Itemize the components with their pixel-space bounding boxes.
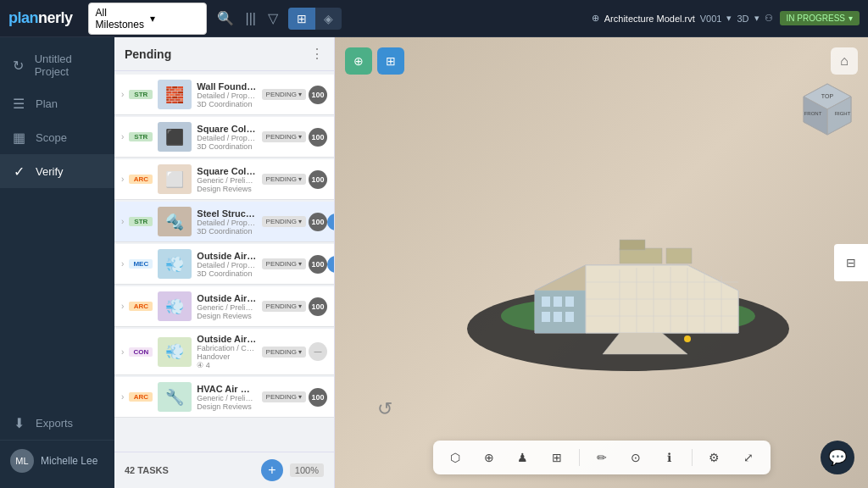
task-expand-arrow[interactable]: › — [327, 214, 334, 230]
fullscreen-tool[interactable]: ⤢ — [737, 446, 760, 469]
task-panel: Pending ⋮ › STR 🧱 Wall Foundations Detai… — [114, 37, 335, 488]
model-version: V001 — [700, 14, 722, 24]
verify-icon: ✓ — [10, 163, 27, 180]
task-title: Square Columns — [197, 166, 256, 176]
pending-badge: PENDING ▾ — [262, 347, 306, 358]
orbit-tool[interactable]: ⊕ — [477, 446, 501, 469]
add-model-icon[interactable]: ⊕ — [592, 13, 599, 24]
task-category: 3D Coordination — [197, 227, 256, 236]
svg-rect-15 — [565, 312, 574, 322]
viewport-green-button[interactable]: ⊕ — [345, 47, 372, 75]
task-item[interactable]: › ARC ⬜ Square Columns Generic / Prelimi… — [114, 159, 334, 200]
task-item[interactable]: › STR 🧱 Wall Foundations Detailed / Prop… — [114, 75, 334, 115]
expand-arrow-icon: › — [121, 175, 124, 184]
task-item[interactable]: › ARC 💨 Outside Air System Generic / Pre… — [114, 286, 334, 327]
section-tool[interactable]: ⊞ — [545, 446, 569, 469]
status-badge[interactable]: IN PROGRESS ▾ — [780, 11, 860, 25]
task-thumbnail: 🔧 — [158, 382, 192, 412]
task-tag: ARC — [129, 175, 153, 184]
view-toggle: ⊞ ◈ — [288, 8, 342, 30]
view-toggle-list[interactable]: ⊞ — [288, 8, 315, 30]
task-info: Outside Air System Generic / Preliminary… — [197, 293, 256, 320]
sidebar-item-verify-label: Verify — [36, 165, 64, 178]
task-panel-menu-icon[interactable]: ⋮ — [310, 46, 324, 62]
sidebar-item-scope[interactable]: ▦ Scope — [0, 120, 114, 154]
filter-button[interactable]: ▽ — [264, 7, 281, 30]
svg-rect-11 — [554, 297, 562, 307]
chevron-down-icon-status: ▾ — [849, 14, 853, 23]
expand-arrow-icon: › — [121, 217, 124, 226]
model-info: ⊕ Architecture Model.rvt V001 ▾ 3D ▾ ⚇ — [592, 13, 773, 24]
svg-text:RIGHT: RIGHT — [835, 111, 851, 116]
chevron-down-icon-model[interactable]: ▾ — [726, 13, 732, 24]
person-tool[interactable]: ♟ — [511, 446, 535, 469]
task-item[interactable]: › ARC 🔧 HVAC Air Distribu... Generic / P… — [114, 377, 334, 418]
topbar-search-group: 🔍 ||| ▽ — [214, 7, 281, 30]
share-icon[interactable]: ⚇ — [765, 13, 773, 24]
task-item[interactable]: › MEC 💨 Outside Air System Detailed / Pr… — [114, 244, 334, 285]
sidebar: ↻ Untitled Project ☰ Plan ▦ Scope ✓ Veri… — [0, 37, 114, 488]
chevron-down-icon: ▾ — [298, 133, 302, 141]
select-tool[interactable]: ⬡ — [443, 446, 467, 469]
info-tool[interactable]: ℹ — [658, 446, 682, 469]
sidebar-item-plan-label: Plan — [36, 97, 58, 110]
task-item[interactable]: › STR ⬛ Square Columns Detailed / Propos… — [114, 117, 334, 158]
scope-icon: ▦ — [10, 129, 27, 146]
svg-rect-16 — [620, 248, 662, 263]
task-subtitle: Generic / Preliminary — [197, 394, 256, 402]
draw-tool[interactable]: ✏ — [590, 446, 614, 469]
task-tag: CON — [129, 347, 153, 357]
viewport-home-button[interactable]: ⌂ — [831, 47, 858, 75]
task-expand-arrow[interactable]: › — [327, 256, 334, 273]
svg-rect-13 — [542, 312, 550, 322]
view-toggle-3d[interactable]: ◈ — [315, 8, 342, 30]
viewport[interactable]: ⊕ ⊞ ⌂ TOP RIGHT FRONT — [335, 37, 868, 488]
viewport-toolbar: ⬡⊕♟⊞✏⊙ℹ⚙⤢ — [433, 441, 771, 474]
search-button[interactable]: 🔍 — [214, 7, 237, 30]
milestone-dropdown[interactable]: All Milestones ▾ — [88, 3, 207, 35]
task-title: Outside Air System — [197, 251, 256, 261]
percent-badge: — — [309, 342, 327, 361]
task-category: 3D Coordination — [197, 269, 256, 278]
percent-badge: 100 — [309, 297, 327, 316]
pending-label: PENDING — [266, 175, 297, 183]
pending-badge: PENDING ▾ — [262, 131, 306, 142]
task-info: Outside Air System Detailed / Proposed 3… — [197, 251, 256, 278]
task-category: Design Reviews — [197, 185, 256, 193]
rotate-icon[interactable]: ↺ — [377, 398, 392, 420]
task-title: Outside Air System — [197, 293, 256, 303]
viewport-blue-button[interactable]: ⊞ — [377, 47, 404, 75]
sidebar-user[interactable]: ML Michelle Lee — [0, 440, 114, 481]
task-status: PENDING ▾ 100 — [262, 128, 327, 147]
task-status: PENDING ▾ — — [262, 342, 327, 361]
app-logo: plannerly — [8, 9, 73, 27]
task-tag: MEC — [129, 259, 153, 269]
task-tag: STR — [129, 90, 153, 99]
add-task-button[interactable]: + — [261, 459, 283, 481]
pending-badge: PENDING ▾ — [262, 216, 306, 227]
expand-arrow-icon: › — [121, 132, 124, 141]
settings-tool[interactable]: ⚙ — [703, 446, 726, 469]
sidebar-item-verify[interactable]: ✓ Verify — [0, 154, 114, 188]
task-item[interactable]: › STR 🔩 Steel Structures Detailed / Prop… — [114, 202, 334, 242]
viewport-layout-button[interactable]: ⊟ — [839, 251, 863, 274]
task-title: Square Columns — [197, 124, 256, 134]
sidebar-item-project-label: Untitled Project — [35, 53, 104, 78]
chevron-down-icon-view[interactable]: ▾ — [754, 13, 760, 24]
chat-button[interactable]: 💬 — [821, 441, 854, 474]
task-total-percent: 100% — [290, 463, 324, 477]
sidebar-exports[interactable]: ⬇ Exports — [0, 406, 114, 440]
user-name: Michelle Lee — [41, 455, 97, 467]
task-item[interactable]: › CON 💨 Outside Air System Fabrication /… — [114, 329, 334, 375]
task-panel-header: Pending ⋮ — [114, 37, 334, 71]
columns-button[interactable]: ||| — [242, 8, 259, 30]
task-subtitle: Detailed / Proposed — [197, 92, 256, 100]
task-subtitle: Detailed / Proposed — [197, 219, 256, 227]
point-tool[interactable]: ⊙ — [624, 446, 648, 469]
percent-badge: 100 — [309, 213, 327, 231]
viewport-right-sidebar: ⊟ — [834, 244, 868, 281]
sidebar-item-project[interactable]: ↻ Untitled Project — [0, 44, 114, 86]
task-info: Steel Structures Detailed / Proposed 3D … — [197, 208, 256, 236]
plan-icon: ☰ — [10, 95, 27, 112]
sidebar-item-plan[interactable]: ☰ Plan — [0, 86, 114, 120]
